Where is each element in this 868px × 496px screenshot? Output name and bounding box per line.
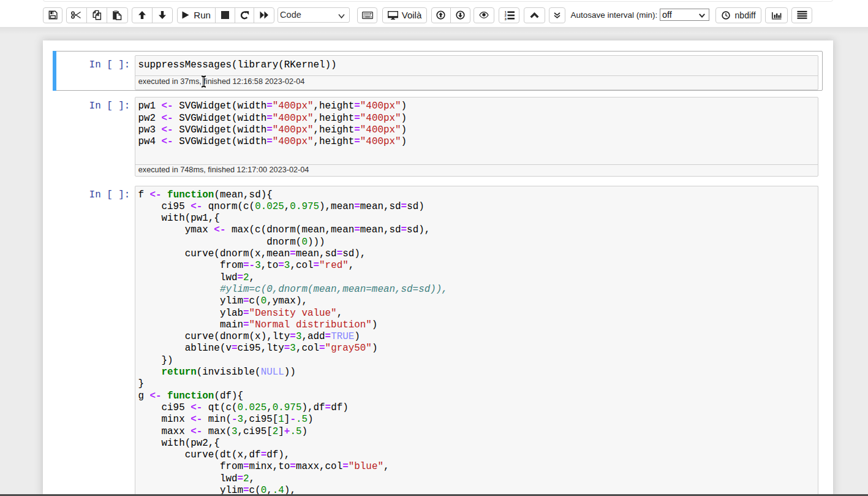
svg-text:3: 3 (504, 17, 506, 20)
